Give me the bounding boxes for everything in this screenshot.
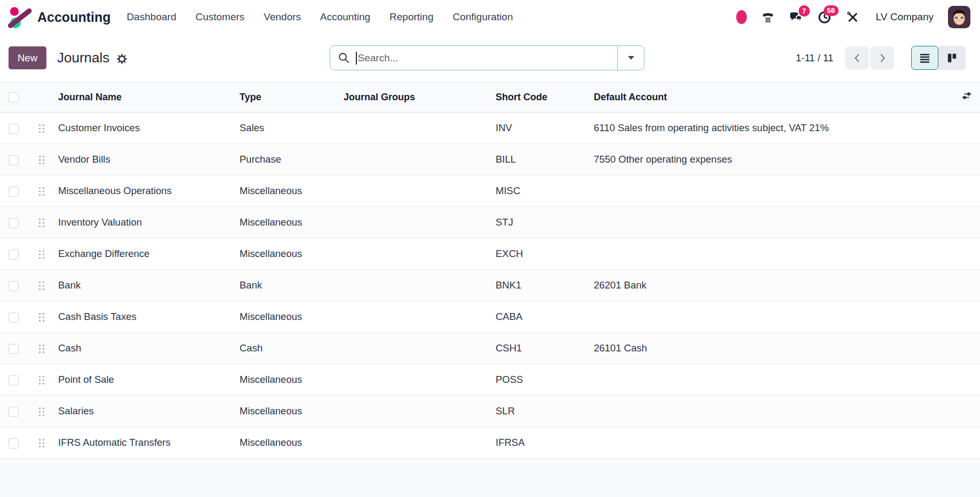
table-row[interactable]: Miscellaneous Operations Miscellaneous M… xyxy=(0,175,980,207)
table-row[interactable]: Customer Invoices Sales INV 6110 Sales f… xyxy=(0,113,980,144)
cell-journal-name[interactable]: Salaries xyxy=(53,396,235,427)
nav-item-vendors[interactable]: Vendors xyxy=(264,11,301,23)
row-checkbox[interactable] xyxy=(9,281,19,291)
cell-type[interactable]: Miscellaneous xyxy=(235,427,336,459)
company-switcher[interactable]: LV Company xyxy=(876,11,934,23)
cell-journal-groups[interactable] xyxy=(336,427,491,459)
cell-journal-groups[interactable] xyxy=(336,301,491,333)
nav-item-customers[interactable]: Customers xyxy=(195,11,244,23)
drag-handle-icon[interactable] xyxy=(39,218,45,228)
cell-journal-groups[interactable] xyxy=(336,270,491,301)
column-header-default-account[interactable]: Default Account xyxy=(587,82,955,113)
cell-short-code[interactable]: POSS xyxy=(491,364,587,396)
drag-handle-icon[interactable] xyxy=(39,312,45,322)
cell-journal-name[interactable]: IFRS Automatic Transfers xyxy=(53,427,235,459)
row-checkbox[interactable] xyxy=(9,250,19,260)
cell-type[interactable]: Miscellaneous xyxy=(235,301,336,333)
cell-default-account[interactable]: 6110 Sales from operating activities sub… xyxy=(587,113,955,144)
pager-next-button[interactable] xyxy=(870,46,894,69)
cell-journal-name[interactable]: Cash xyxy=(53,333,235,364)
row-checkbox[interactable] xyxy=(9,407,19,417)
cell-default-account[interactable]: 7550 Other operating expenses xyxy=(587,144,955,175)
cell-default-account[interactable] xyxy=(587,238,955,270)
cell-journal-name[interactable]: Exchange Difference xyxy=(53,238,235,270)
row-checkbox[interactable] xyxy=(9,312,19,323)
cell-type[interactable]: Miscellaneous xyxy=(235,175,336,207)
row-checkbox[interactable] xyxy=(9,155,19,165)
nav-item-accounting[interactable]: Accounting xyxy=(320,11,370,23)
new-button[interactable]: New xyxy=(9,46,46,69)
presence-indicator-icon[interactable] xyxy=(736,10,747,24)
search-input[interactable] xyxy=(357,46,618,70)
cell-journal-name[interactable]: Miscellaneous Operations xyxy=(53,175,235,207)
list-view-button[interactable] xyxy=(911,46,938,70)
drag-handle-icon[interactable] xyxy=(39,344,45,354)
kanban-view-button[interactable] xyxy=(938,46,966,70)
phone-icon[interactable] xyxy=(761,11,775,24)
cell-journal-name[interactable]: Customer Invoices xyxy=(53,113,235,144)
drag-handle-icon[interactable] xyxy=(39,281,45,291)
table-row[interactable]: IFRS Automatic Transfers Miscellaneous I… xyxy=(0,427,980,459)
cell-default-account[interactable] xyxy=(587,364,955,396)
drag-handle-icon[interactable] xyxy=(39,407,45,416)
cell-default-account[interactable]: 26201 Bank xyxy=(587,270,955,301)
cell-journal-groups[interactable] xyxy=(336,144,491,175)
row-checkbox[interactable] xyxy=(9,218,19,228)
table-row[interactable]: Salaries Miscellaneous SLR xyxy=(0,396,980,427)
cell-type[interactable]: Miscellaneous xyxy=(235,238,336,270)
row-checkbox[interactable] xyxy=(9,375,19,386)
cell-short-code[interactable]: CSH1 xyxy=(491,333,587,364)
cell-default-account[interactable] xyxy=(587,427,955,459)
cell-journal-name[interactable]: Cash Basis Taxes xyxy=(53,301,235,333)
accounting-app-logo-icon[interactable] xyxy=(7,5,32,29)
row-checkbox[interactable] xyxy=(9,124,19,134)
table-row[interactable]: Cash Cash CSH1 26101 Cash xyxy=(0,333,980,364)
cell-default-account[interactable] xyxy=(587,396,955,427)
cell-default-account[interactable] xyxy=(587,207,955,238)
column-header-short-code[interactable]: Short Code xyxy=(491,82,587,113)
activities-icon[interactable]: 58 xyxy=(817,10,832,25)
cell-journal-groups[interactable] xyxy=(336,396,491,427)
cell-journal-groups[interactable] xyxy=(336,333,491,364)
drag-handle-icon[interactable] xyxy=(39,438,45,448)
cell-default-account[interactable] xyxy=(587,175,955,207)
table-row[interactable]: Point of Sale Miscellaneous POSS xyxy=(0,364,980,396)
cell-type[interactable]: Sales xyxy=(235,113,336,144)
drag-handle-icon[interactable] xyxy=(39,250,45,259)
cell-journal-groups[interactable] xyxy=(336,238,491,270)
nav-item-dashboard[interactable]: Dashboard xyxy=(127,11,177,23)
nav-item-configuration[interactable]: Configuration xyxy=(452,11,513,23)
drag-handle-icon[interactable] xyxy=(39,187,45,196)
cell-short-code[interactable]: BILL xyxy=(491,144,587,175)
app-name-menu[interactable]: Accounting xyxy=(37,10,111,25)
cell-default-account[interactable]: 26101 Cash xyxy=(587,333,955,364)
cell-short-code[interactable]: EXCH xyxy=(491,238,587,270)
gear-icon[interactable] xyxy=(116,53,128,65)
cell-short-code[interactable]: CABA xyxy=(491,301,587,333)
cell-journal-groups[interactable] xyxy=(336,364,491,396)
row-checkbox[interactable] xyxy=(9,438,19,448)
drag-handle-icon[interactable] xyxy=(39,124,45,133)
table-row[interactable]: Inventory Valuation Miscellaneous STJ xyxy=(0,207,980,238)
cell-short-code[interactable]: STJ xyxy=(491,207,587,238)
column-header-journal-groups[interactable]: Journal Groups xyxy=(336,82,491,113)
table-row[interactable]: Bank Bank BNK1 26201 Bank xyxy=(0,270,980,301)
cell-short-code[interactable]: INV xyxy=(491,113,587,144)
table-row[interactable]: Cash Basis Taxes Miscellaneous CABA xyxy=(0,301,980,333)
user-avatar[interactable] xyxy=(948,6,970,28)
cell-short-code[interactable]: IFRSA xyxy=(491,427,587,459)
column-header-journal-name[interactable]: Journal Name xyxy=(53,82,235,113)
drag-handle-icon[interactable] xyxy=(39,375,45,385)
table-row[interactable]: Vendor Bills Purchase BILL 7550 Other op… xyxy=(0,144,980,175)
cell-journal-groups[interactable] xyxy=(336,175,491,207)
cell-short-code[interactable]: BNK1 xyxy=(491,270,587,301)
cell-journal-groups[interactable] xyxy=(336,207,491,238)
cell-default-account[interactable] xyxy=(587,301,955,333)
nav-item-reporting[interactable]: Reporting xyxy=(389,11,433,23)
pager-previous-button[interactable] xyxy=(845,46,869,69)
cell-journal-name[interactable]: Bank xyxy=(53,270,235,301)
cell-short-code[interactable]: SLR xyxy=(491,396,587,427)
row-checkbox[interactable] xyxy=(9,344,19,354)
messages-icon[interactable]: 7 xyxy=(789,10,803,24)
cell-type[interactable]: Cash xyxy=(235,333,336,364)
